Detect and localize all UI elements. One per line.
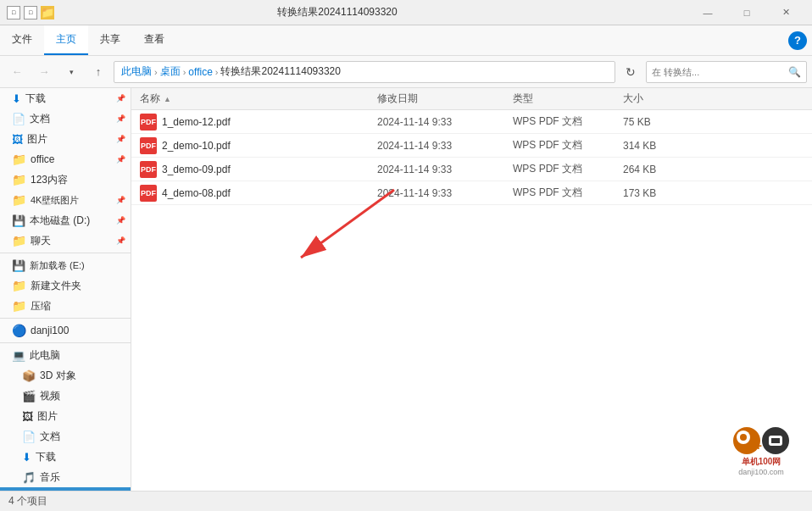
chat-icon: 📁 <box>12 234 26 247</box>
file-name-cell-3: PDF 3_demo-09.pdf <box>140 161 377 178</box>
help-button[interactable]: ? <box>788 31 807 50</box>
ribbon: 文件 主页 共享 查看 ? <box>0 25 812 56</box>
col-header-type[interactable]: 类型 <box>513 92 623 106</box>
file-name-1: 1_demo-12.pdf <box>162 116 231 128</box>
sidebar-item-new-folder[interactable]: 📁 新建文件夹 <box>0 275 131 296</box>
sidebar-divider3 <box>0 342 131 343</box>
sidebar-item-danji[interactable]: 🔵 danji100 <box>0 320 131 341</box>
sidebar-item-disk-d[interactable]: 💾 本地磁盘 (D:) 📌 <box>0 210 131 231</box>
address-bar-row: ← → ▾ ↑ 此电脑 › 桌面 › office › 转换结果20241114… <box>0 56 812 88</box>
disk-d-icon: 💾 <box>12 214 25 227</box>
pin-icon-chat: 📌 <box>116 236 125 245</box>
tab-home[interactable]: 主页 <box>44 25 88 55</box>
breadcrumb-desktop[interactable]: 桌面 <box>160 64 181 79</box>
folder-4k-icon: 📁 <box>12 193 26 207</box>
file-size-4: 173 KB <box>623 187 812 199</box>
music-icon: 🎵 <box>22 471 36 484</box>
sidebar: ⬇ 下载 📌 📄 文档 📌 🖼 图片 📌 📁 office 📌 📁 <box>0 88 131 491</box>
minimize-button[interactable]: — <box>688 0 727 25</box>
status-bar: 4 个项目 <box>0 491 812 511</box>
sidebar-label-downloads: 下载 <box>36 450 56 464</box>
sidebar-label-music: 音乐 <box>40 470 60 485</box>
sidebar-item-video[interactable]: 🎬 视频 <box>0 386 131 406</box>
breadcrumb-current: 转换结果20241114093320 <box>220 64 340 79</box>
video-icon: 🎬 <box>22 390 36 403</box>
search-input[interactable] <box>652 67 788 77</box>
watermark-line1: 单机100网 <box>738 456 784 468</box>
pin-icon-docs: 📌 <box>116 114 125 123</box>
downloads-icon: ⬇ <box>22 451 31 464</box>
sidebar-label-download: 下载 <box>25 92 46 106</box>
sidebar-divider2 <box>0 318 131 319</box>
sidebar-label-desktop: 桌面 <box>37 491 58 492</box>
breadcrumb-office[interactable]: office <box>188 66 212 78</box>
breadcrumb-pc[interactable]: 此电脑 <box>121 64 152 79</box>
sidebar-item-chat[interactable]: 📁 聊天 📌 <box>0 231 131 251</box>
tab-view[interactable]: 查看 <box>132 25 176 55</box>
sidebar-item-disk-e[interactable]: 💾 新加载卷 (E:) <box>0 255 131 275</box>
up-button[interactable]: ↑ <box>86 60 110 84</box>
sidebar-item-docs[interactable]: 📄 文档 📌 <box>0 108 131 129</box>
col-header-date[interactable]: 修改日期 <box>377 92 513 106</box>
recent-locations-button[interactable]: ▾ <box>59 60 83 84</box>
window-controls[interactable]: — □ ✕ <box>688 0 805 25</box>
disk-e-icon: 💾 <box>12 259 25 272</box>
window-title: 转换结果20241114093320 <box>0 5 688 19</box>
watermark: + 单机100网 danji100.com <box>710 433 812 470</box>
sep1: › <box>154 67 158 77</box>
sidebar-item-4k[interactable]: 📁 4K壁纸图片 📌 <box>0 190 131 210</box>
new-folder-icon: 📁 <box>12 279 26 292</box>
sidebar-item-3d[interactable]: 📦 3D 对象 <box>0 365 131 386</box>
forward-button[interactable]: → <box>32 60 56 84</box>
table-row[interactable]: PDF 3_demo-09.pdf 2024-11-14 9:33 WPS PD… <box>131 158 812 181</box>
pictures-icon: 🖼 <box>12 133 23 146</box>
col-header-size[interactable]: 大小 <box>623 92 812 106</box>
watermark-line2: danji100.com <box>738 468 784 476</box>
computer-icon: 💻 <box>12 349 25 362</box>
pin-icon-4k: 📌 <box>116 196 125 204</box>
pdf-icon-4: PDF <box>140 185 157 202</box>
sidebar-item-pictures[interactable]: 🖼 图片 📌 <box>0 129 131 149</box>
sidebar-label-3d: 3D 对象 <box>40 369 76 383</box>
sep2: › <box>183 67 186 77</box>
logo-plus: + <box>755 439 762 453</box>
tab-share[interactable]: 共享 <box>88 25 132 55</box>
sidebar-label-documents: 文档 <box>40 430 60 444</box>
sidebar-item-music[interactable]: 🎵 音乐 <box>0 467 131 487</box>
table-row[interactable]: PDF 4_demo-08.pdf 2024-11-14 9:33 WPS PD… <box>131 181 812 205</box>
refresh-button[interactable]: ↻ <box>619 60 642 84</box>
file-date-2: 2024-11-14 9:33 <box>377 140 513 152</box>
col-header-name[interactable]: 名称 ▲ <box>140 92 377 106</box>
file-area: 名称 ▲ 修改日期 类型 大小 PDF 1_demo-12.pdf 2024-1… <box>131 88 812 491</box>
file-type-4: WPS PDF 文档 <box>513 186 623 200</box>
sidebar-item-download[interactable]: ⬇ 下载 📌 <box>0 88 131 108</box>
close-button[interactable]: ✕ <box>766 0 805 25</box>
sidebar-item-office[interactable]: 📁 office 📌 <box>0 149 131 169</box>
sidebar-item-images[interactable]: 🖼 图片 <box>0 406 131 426</box>
download-icon: ⬇ <box>12 92 21 105</box>
sidebar-item-downloads[interactable]: ⬇ 下载 <box>0 447 131 467</box>
back-button[interactable]: ← <box>5 60 29 84</box>
address-box[interactable]: 此电脑 › 桌面 › office › 转换结果20241114093320 <box>114 61 615 83</box>
pin-icon-disk-d: 📌 <box>116 216 125 225</box>
maximize-button[interactable]: □ <box>727 0 766 25</box>
search-box[interactable]: 🔍 <box>646 61 807 83</box>
sidebar-item-documents[interactable]: 📄 文档 <box>0 426 131 447</box>
sidebar-item-zip[interactable]: 📁 压缩 <box>0 296 131 316</box>
main-layout: ⬇ 下载 📌 📄 文档 📌 🖼 图片 📌 📁 office 📌 📁 <box>0 88 812 491</box>
sort-arrow: ▲ <box>164 95 171 103</box>
pin-icon-pictures: 📌 <box>116 135 125 143</box>
sep3: › <box>215 67 219 77</box>
pin-icon-office: 📌 <box>116 155 125 164</box>
title-bar: □ □ 📁 转换结果20241114093320 — □ ✕ <box>0 0 812 25</box>
sidebar-item-computer[interactable]: 💻 此电脑 <box>0 345 131 365</box>
tab-file[interactable]: 文件 <box>0 25 44 55</box>
file-size-2: 314 KB <box>623 140 812 152</box>
sidebar-item-123[interactable]: 📁 123内容 <box>0 169 131 190</box>
table-row[interactable]: PDF 1_demo-12.pdf 2024-11-14 9:33 WPS PD… <box>131 110 812 134</box>
file-name-3: 3_demo-09.pdf <box>162 164 231 175</box>
sidebar-label-images: 图片 <box>37 409 58 424</box>
sidebar-item-desktop[interactable]: 🖥 桌面 <box>0 487 131 491</box>
search-icon[interactable]: 🔍 <box>788 66 801 78</box>
table-row[interactable]: PDF 2_demo-10.pdf 2024-11-14 9:33 WPS PD… <box>131 134 812 158</box>
